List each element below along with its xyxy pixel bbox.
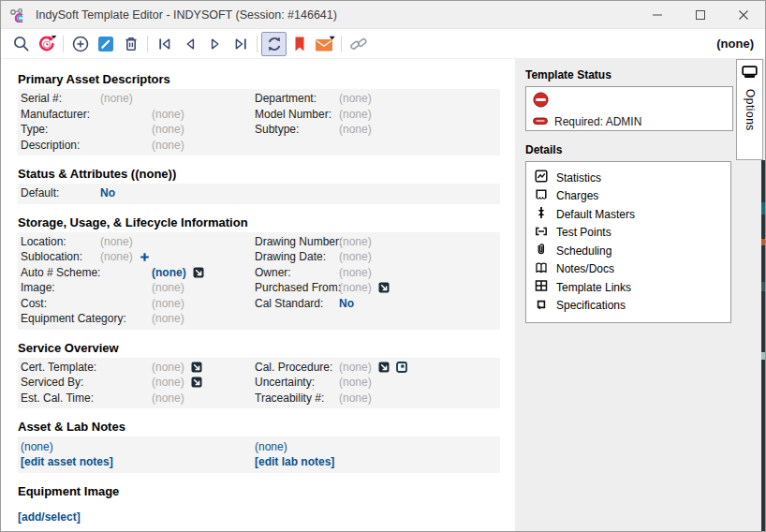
- details-item-statistics[interactable]: Statistics: [535, 169, 722, 187]
- refresh-icon[interactable]: [261, 32, 287, 56]
- edit-icon[interactable]: [93, 32, 118, 56]
- computer-icon: [742, 66, 758, 82]
- field-label: Drawing Number:: [255, 235, 339, 248]
- field-cell: Owner:(none): [255, 266, 500, 279]
- charges-icon: [535, 188, 548, 204]
- field-value[interactable]: (none): [339, 235, 372, 248]
- field-value[interactable]: (none): [152, 281, 184, 294]
- field-cell: Type:(none): [21, 123, 255, 136]
- field-value[interactable]: (none): [339, 266, 372, 279]
- field-value[interactable]: (none): [339, 123, 372, 136]
- test-points-icon: [535, 225, 548, 241]
- link-icon[interactable]: [346, 32, 371, 56]
- nav-prev-icon[interactable]: [177, 32, 202, 56]
- field-value[interactable]: (none): [100, 250, 133, 263]
- edit-asset-notes-link[interactable]: [edit asset notes]: [21, 454, 255, 469]
- asset-notes-column: (none) [edit asset notes]: [21, 439, 255, 469]
- nav-last-icon[interactable]: [228, 32, 253, 56]
- jump-icon[interactable]: [191, 362, 202, 373]
- field-cell: Cal Standard:No: [255, 297, 500, 310]
- field-cell: Location:(none): [21, 235, 255, 248]
- field-value[interactable]: (none): [152, 297, 184, 310]
- section-equipment-image: Equipment Image [add/select]: [18, 484, 500, 524]
- field-value[interactable]: (none): [152, 376, 184, 389]
- field-cell: Cost:(none): [21, 297, 255, 310]
- field-value[interactable]: (none): [339, 250, 372, 263]
- details-item-label: Charges: [556, 189, 598, 202]
- required-label: Required: ADMIN: [554, 115, 641, 128]
- details-item-template-links[interactable]: Template Links: [535, 278, 722, 297]
- section-asset-lab-notes: Asset & Lab Notes (none) [edit asset not…: [18, 420, 500, 473]
- details-item-charges[interactable]: Charges: [535, 187, 722, 206]
- field-value[interactable]: (none): [339, 281, 372, 294]
- add-select-image-link[interactable]: [add/select]: [18, 510, 500, 524]
- details-item-scheduling[interactable]: Scheduling: [535, 242, 722, 260]
- field-value[interactable]: (none): [100, 92, 133, 105]
- content-area: Primary Asset DescriptorsSerial #:(none)…: [1, 59, 765, 531]
- section-status-attributes: Status & Attributes ((none))Default:No: [18, 167, 500, 204]
- details-item-default-masters[interactable]: Default Masters: [535, 205, 722, 224]
- options-tab[interactable]: Options: [736, 59, 763, 160]
- email-icon[interactable]: [312, 32, 337, 56]
- maximize-button[interactable]: [679, 1, 722, 29]
- field-value[interactable]: (none): [152, 139, 184, 152]
- details-item-label: Test Points: [556, 226, 611, 239]
- options-tab-label: Options: [744, 89, 757, 131]
- field-label: Image:: [21, 281, 152, 294]
- jump-icon[interactable]: [193, 267, 204, 278]
- plus-icon[interactable]: [140, 252, 150, 262]
- field-value[interactable]: No: [339, 297, 354, 310]
- details-item-specifications[interactable]: Specifications: [535, 297, 722, 316]
- field-value[interactable]: (none): [339, 376, 372, 389]
- field-label: Description:: [21, 139, 152, 152]
- field-label: Type:: [21, 123, 152, 136]
- field-value[interactable]: (none): [339, 92, 372, 105]
- search-icon[interactable]: [8, 32, 34, 56]
- jump-icon[interactable]: [378, 282, 390, 293]
- section-title: Status & Attributes ((none)): [18, 167, 500, 181]
- section-body: Serial #:(none)Department:(none)Manufact…: [18, 89, 500, 155]
- nav-next-icon[interactable]: [202, 32, 228, 56]
- title-bar: IndySoft Template Editor - INDYSOFT (Ses…: [1, 1, 765, 29]
- field-value[interactable]: No: [100, 186, 115, 200]
- delete-icon[interactable]: [118, 32, 143, 56]
- field-label: Purchased From:: [255, 281, 339, 294]
- section-primary-asset-descriptors: Primary Asset DescriptorsSerial #:(none)…: [18, 72, 500, 155]
- field-cell: Purchased From:(none): [255, 281, 500, 294]
- field-value[interactable]: (none): [152, 108, 184, 121]
- statistics-icon: [535, 170, 548, 185]
- field-value[interactable]: (none): [152, 312, 184, 325]
- required-status-row: Required: ADMIN: [533, 115, 726, 128]
- notes-body: (none) [edit asset notes] (none) [edit l…: [18, 436, 500, 473]
- details-item-test-points[interactable]: Test Points: [535, 224, 722, 243]
- field-cell: Drawing Date:(none): [255, 250, 500, 263]
- section-title: Storage, Usage, & Lifecycle Information: [18, 215, 500, 229]
- field-value[interactable]: (none): [339, 108, 372, 121]
- open-icon[interactable]: [396, 362, 407, 373]
- field-row: Image:(none)Purchased From:(none): [21, 280, 500, 296]
- add-icon[interactable]: [67, 32, 93, 56]
- field-value[interactable]: (none): [100, 235, 133, 248]
- field-cell: Manufacturer:(none): [21, 108, 255, 121]
- field-value[interactable]: (none): [152, 392, 184, 405]
- field-value[interactable]: (none): [152, 361, 184, 374]
- field-cell: Default:No: [21, 186, 255, 200]
- nav-first-icon[interactable]: [152, 32, 177, 56]
- field-label: Owner:: [255, 266, 339, 279]
- field-value[interactable]: (none): [152, 266, 186, 279]
- field-cell: Image:(none): [21, 281, 255, 294]
- history-icon[interactable]: [34, 32, 59, 56]
- edit-lab-notes-link[interactable]: [edit lab notes]: [255, 454, 334, 469]
- close-button[interactable]: [722, 1, 765, 29]
- field-value[interactable]: (none): [339, 361, 372, 374]
- field-value[interactable]: (none): [339, 392, 372, 405]
- jump-icon[interactable]: [378, 362, 390, 373]
- field-value[interactable]: (none): [152, 123, 184, 136]
- details-item-notes-docs[interactable]: Notes/Docs: [535, 260, 722, 279]
- minimize-button[interactable]: [636, 1, 679, 29]
- bookmark-icon[interactable]: [287, 32, 312, 56]
- jump-icon[interactable]: [191, 377, 202, 388]
- details-box: StatisticsChargesDefault MastersTest Poi…: [525, 161, 731, 323]
- field-row: Cost:(none)Cal Standard:No: [21, 296, 500, 312]
- field-label: Serial #:: [21, 92, 100, 105]
